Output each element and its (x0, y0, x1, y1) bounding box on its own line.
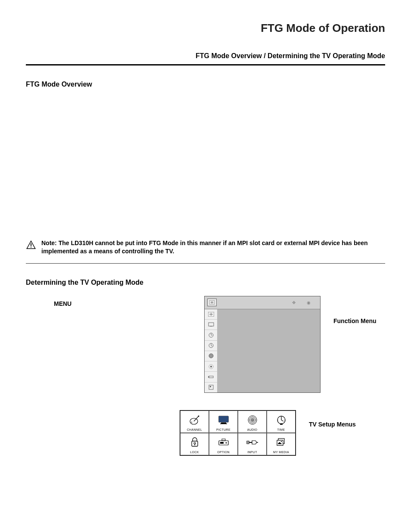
svg-rect-42 (280, 424, 283, 425)
sidebar-icon-2 (205, 320, 217, 330)
svg-point-18 (210, 366, 212, 367)
svg-point-38 (281, 416, 282, 417)
cell-label: AUDIO (247, 428, 258, 431)
svg-rect-47 (220, 442, 224, 444)
enter-icon: ◉ (307, 300, 311, 305)
sidebar-icon-5 (205, 351, 217, 361)
picture-icon (210, 413, 237, 427)
svg-point-34 (252, 419, 253, 420)
move-icon: ✥ (292, 300, 296, 305)
option-icon (210, 435, 237, 450)
svg-rect-22 (210, 386, 211, 387)
setup-cell-picture: PICTURE (209, 411, 238, 433)
header-plus-icon (207, 299, 217, 306)
cell-label: MY MEDIA (273, 451, 289, 454)
setup-cell-input: INPUT (238, 433, 267, 455)
divider-thin (26, 263, 385, 264)
function-menu-label: Function Menu (333, 296, 385, 324)
svg-point-39 (284, 420, 285, 420)
mymedia-icon (268, 435, 294, 450)
cell-label: TIME (277, 428, 285, 431)
svg-rect-30 (220, 423, 227, 424)
svg-point-25 (198, 415, 199, 417)
setup-cell-option: OPTION (209, 433, 238, 455)
svg-point-44 (194, 442, 196, 444)
setup-menu-label: TV Setup Menus (309, 410, 356, 428)
page-title: FTG Mode of Operation (26, 22, 385, 35)
svg-line-15 (211, 345, 212, 346)
sidebar-icon-4 (205, 341, 217, 351)
cell-label: PICTURE (216, 428, 230, 431)
input-icon (239, 435, 265, 450)
svg-line-37 (281, 420, 283, 421)
svg-point-26 (191, 422, 192, 423)
warning-text: Note: The LD310H cannot be put into FTG … (41, 239, 377, 255)
time-icon (268, 413, 294, 427)
svg-rect-0 (31, 243, 31, 246)
svg-rect-9 (210, 326, 212, 327)
sidebar-icon-1 (205, 309, 217, 320)
function-menu-main (218, 309, 320, 392)
setup-cell-time: TIME (267, 411, 296, 433)
svg-rect-8 (209, 323, 214, 326)
svg-rect-19 (209, 376, 213, 378)
setup-cell-channel: CHANNEL (180, 411, 209, 433)
svg-point-56 (280, 441, 281, 442)
svg-rect-28 (219, 416, 228, 422)
cell-label: OPTION (217, 451, 230, 454)
warning-block: Note: The LD310H cannot be put into FTG … (26, 239, 385, 255)
divider-thick (26, 64, 385, 65)
svg-point-49 (225, 442, 227, 444)
cell-label: INPUT (247, 451, 257, 454)
sidebar-icon-8 (205, 383, 217, 392)
sidebar-icon-6 (205, 361, 217, 372)
svg-point-16 (209, 354, 213, 358)
svg-rect-43 (192, 441, 198, 446)
audio-icon (239, 413, 265, 427)
svg-rect-29 (221, 423, 226, 423)
function-menu-sidebar (205, 309, 218, 392)
function-menu-box: ✥ ◉ (204, 296, 321, 393)
section-ftg-overview: FTG Mode Overview (26, 81, 385, 88)
setup-cell-mymedia: MY MEDIA (267, 433, 296, 455)
menu-label: MENU (54, 296, 72, 307)
svg-point-51 (247, 442, 248, 443)
svg-point-40 (281, 423, 282, 424)
section-determining-mode: Determining the TV Operating Mode (26, 279, 385, 286)
setup-cell-lock: LOCK (180, 433, 209, 455)
sidebar-icon-7 (205, 372, 217, 382)
sub-header: FTG Mode Overview / Determining the TV O… (26, 52, 385, 60)
svg-point-41 (277, 420, 278, 420)
setup-cell-audio: AUDIO (238, 411, 267, 433)
warning-icon (26, 240, 36, 251)
svg-rect-1 (31, 247, 31, 248)
channel-icon (181, 413, 208, 427)
cell-label: CHANNEL (187, 428, 202, 431)
tv-setup-grid: CHANNEL PICTURE AUDIO TIME LOCK (180, 410, 296, 456)
cell-label: LOCK (190, 451, 199, 454)
lock-icon (181, 435, 208, 450)
function-menu-header: ✥ ◉ (205, 296, 320, 309)
sidebar-icon-3 (205, 330, 217, 340)
